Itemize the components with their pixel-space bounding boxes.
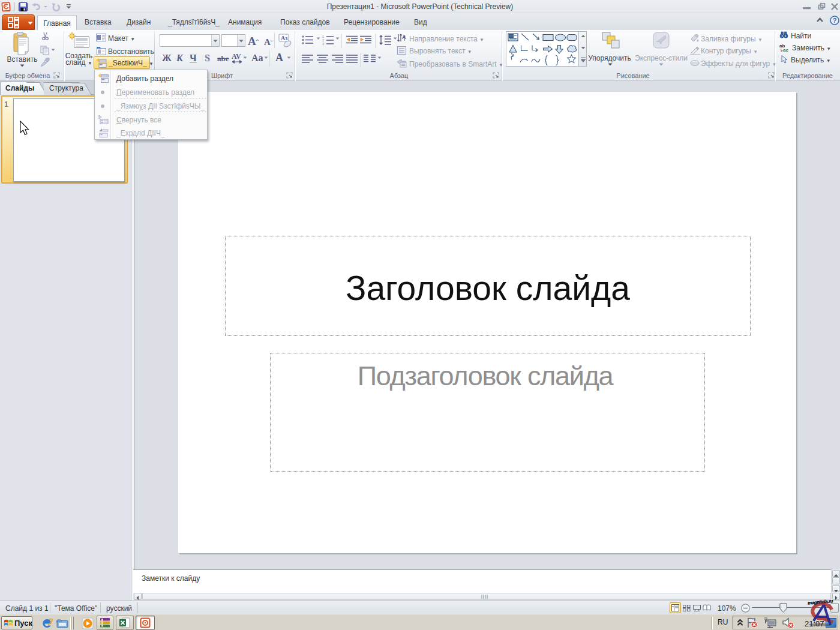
svg-text:?: ? <box>833 17 837 24</box>
svg-text:3: 3 <box>322 42 324 45</box>
svg-text:ac: ac <box>783 47 788 52</box>
svg-text:Аз: Аз <box>281 35 287 41</box>
